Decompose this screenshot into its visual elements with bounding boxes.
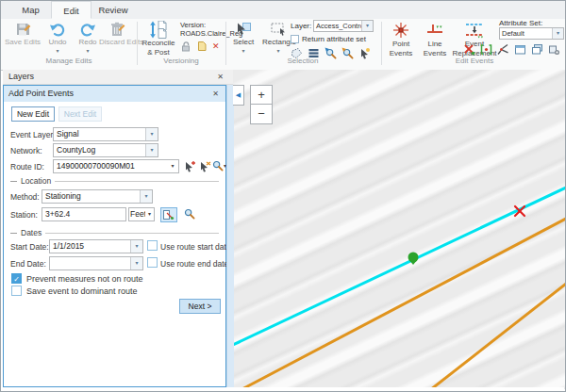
use-route-start-checkbox[interactable] <box>147 240 158 251</box>
reconcile-label-line1: Reconcile <box>140 40 177 48</box>
use-route-end-checkbox[interactable] <box>147 257 158 268</box>
group-separator <box>225 22 226 65</box>
delete-event-icon[interactable] <box>463 43 475 56</box>
group-separator <box>381 22 382 65</box>
undo-dropdown-caret-icon[interactable]: ▾ <box>43 48 72 54</box>
station-unit-select[interactable]: Feet ▾ <box>128 207 155 221</box>
undo-button[interactable]: Undo ▾ <box>43 21 72 54</box>
chevron-down-icon[interactable]: ▾ <box>130 240 142 253</box>
attribute-set-label: Attribute Set: <box>499 19 542 27</box>
panel-collapse-tab[interactable]: ◀ <box>233 85 244 106</box>
checkmark-icon: ✓ <box>13 275 20 284</box>
point-events-button[interactable]: Point Events <box>385 21 417 57</box>
chevron-down-icon[interactable]: ▾ <box>552 28 563 39</box>
panel-splitter[interactable] <box>226 85 234 389</box>
dates-section-label: Dates <box>21 228 42 237</box>
use-route-end-label: Use route end date <box>160 259 228 269</box>
layer-select[interactable]: Access_Control ▾ <box>313 20 374 32</box>
return-attribute-set-checkbox[interactable] <box>291 35 299 43</box>
redo-button[interactable]: Redo ▾ <box>74 21 102 54</box>
close-icon[interactable]: ✕ <box>212 90 219 99</box>
rectangle-label: Rectangle <box>262 39 294 47</box>
ribbon: Save Edits Undo ▾ Redo ▾ <box>1 19 565 71</box>
undo-label: Undo <box>43 39 72 47</box>
point-events-label-line1: Point <box>385 41 417 49</box>
tab-edit[interactable]: Edit <box>51 1 92 19</box>
station-unit-value: Feet <box>129 208 145 220</box>
end-date-label: End Date: <box>10 259 46 269</box>
dominant-route-checkbox[interactable] <box>11 286 22 296</box>
road-event-lines[interactable] <box>235 219 566 389</box>
zoom-to-route-icon[interactable] <box>212 160 224 172</box>
redo-arrow-icon <box>79 21 96 38</box>
line-events-button[interactable]: Line Events <box>420 21 450 57</box>
measure-range-icon[interactable] <box>480 43 492 56</box>
new-version-icon[interactable] <box>196 41 208 52</box>
redo-label: Redo <box>74 39 102 47</box>
select-route-on-map-icon[interactable] <box>183 160 196 173</box>
attribute-set-select[interactable]: Default ▾ <box>499 27 564 40</box>
save-edits-button[interactable]: Save Edits <box>4 21 42 47</box>
delete-version-icon[interactable]: ✕ <box>212 41 220 51</box>
version-lock-icon[interactable] <box>180 41 191 52</box>
rectangle-select-button[interactable]: Rectangle ▾ <box>262 21 294 54</box>
discard-edits-label: Discard Edits <box>99 39 135 47</box>
layer-label: Layer: <box>291 22 311 30</box>
end-date-input[interactable]: ▾ <box>49 256 143 270</box>
zoom-in-button[interactable]: + <box>250 85 273 105</box>
method-label: Method: <box>10 192 40 202</box>
chevron-down-icon[interactable]: ▾ <box>145 208 154 220</box>
event-layer-select[interactable]: Signal ▾ <box>53 127 158 141</box>
copy-events-icon[interactable] <box>531 43 543 56</box>
zoom-to-station-icon[interactable] <box>184 208 195 220</box>
redo-dropdown-caret-icon[interactable]: ▾ <box>74 48 102 54</box>
split-event-icon[interactable] <box>497 43 509 56</box>
map-canvas[interactable] <box>233 70 566 389</box>
section-dates: Dates <box>10 228 219 237</box>
select-button[interactable]: Select ▾ <box>228 21 258 54</box>
next-button[interactable]: Next > <box>179 299 221 314</box>
chevron-down-icon[interactable]: ▾ <box>167 160 178 172</box>
method-select[interactable]: Stationing ▾ <box>42 189 153 204</box>
prevent-measures-checkbox[interactable]: ✓ <box>11 273 22 284</box>
layers-panel-header[interactable]: Layers ✕ <box>3 70 233 85</box>
group-label-manage-edits: Manage Edits <box>3 57 135 65</box>
rectangle-dropdown-caret-icon[interactable]: ▾ <box>262 48 294 54</box>
network-select[interactable]: CountyLog ▾ <box>53 143 158 157</box>
floppy-disk-icon <box>14 21 31 38</box>
close-icon[interactable]: ✕ <box>217 73 224 82</box>
chevron-down-icon[interactable]: ▾ <box>140 190 152 203</box>
chevron-down-icon[interactable]: ▾ <box>145 128 158 140</box>
panel-header[interactable]: Add Point Events ✕ <box>4 86 225 102</box>
method-value: Stationing <box>42 190 140 203</box>
event-attributes-window-icon[interactable] <box>514 43 526 56</box>
ribbon-tab-strip: Map Edit Review <box>1 1 565 20</box>
new-edit-button[interactable]: New Edit <box>11 106 55 122</box>
route-id-label: Route ID: <box>10 162 44 172</box>
pick-station-on-map-button[interactable] <box>160 207 177 222</box>
start-date-value: 1/1/2015 <box>50 240 130 253</box>
tab-map[interactable]: Map <box>10 1 51 19</box>
reconcile-post-button[interactable]: Reconcile & Post <box>140 21 177 57</box>
application-window: Map Edit Review Save Edits Undo ▾ <box>0 0 566 392</box>
start-date-input[interactable]: 1/1/2015 ▾ <box>49 239 143 253</box>
section-location: Location <box>10 176 219 186</box>
add-point-events-panel: Add Point Events ✕ New Edit Next Edit Ev… <box>3 85 226 387</box>
zoom-out-button[interactable]: − <box>250 105 273 124</box>
location-section-label: Location <box>21 176 51 186</box>
select-dropdown-caret-icon[interactable]: ▾ <box>228 48 258 54</box>
discard-edits-button[interactable]: Discard Edits <box>99 21 135 47</box>
select-route-alt-icon[interactable] <box>198 160 211 173</box>
bottom-strip <box>3 387 564 391</box>
station-input[interactable]: 3+62.4 <box>42 207 126 221</box>
event-options-icon[interactable] <box>548 43 560 56</box>
chevron-down-icon[interactable]: ▾ <box>130 257 142 270</box>
rectangle-marquee-icon <box>269 21 288 38</box>
chevron-down-icon[interactable]: ▾ <box>361 21 373 31</box>
chevron-down-icon[interactable]: ▾ <box>145 144 158 156</box>
next-edit-button[interactable]: Next Edit <box>58 106 102 122</box>
route-id-combobox[interactable]: 14900000700090M01 ▾ <box>53 159 179 173</box>
save-edits-label: Save Edits <box>4 39 42 47</box>
tab-review[interactable]: Review <box>92 1 135 19</box>
event-layer-label: Event Layer: <box>10 130 56 139</box>
